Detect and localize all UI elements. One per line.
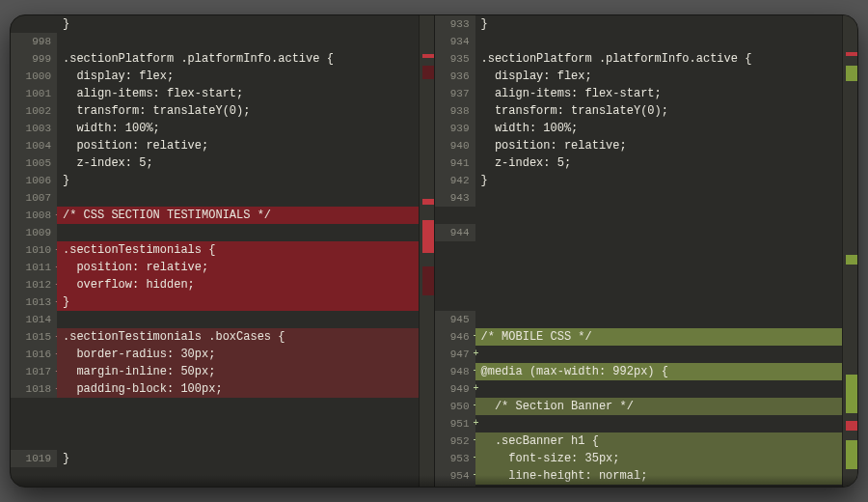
right-line[interactable]: 937 align-items: flex-start; [435, 85, 843, 102]
right-line[interactable]: 943 [435, 189, 843, 207]
minimap-chunk[interactable] [846, 421, 857, 431]
right-line[interactable]: 935.sectionPlatform .platformInfo.active… [435, 50, 843, 68]
right-line[interactable]: 939 width: 100%; [435, 120, 843, 137]
left-line[interactable]: 1012– overflow: hidden; [11, 276, 419, 293]
code-text: .sectionTestimonials .boxCases { [57, 328, 419, 346]
minimap-chunk[interactable] [846, 66, 857, 81]
right-pane[interactable]: 933}934935.sectionPlatform .platformInfo… [435, 15, 858, 487]
code-text: } [57, 15, 419, 33]
left-line[interactable]: 1015–.sectionTestimonials .boxCases { [11, 328, 419, 346]
line-number: 943 [435, 189, 475, 207]
left-line[interactable]: 1005 z-index: 5; [11, 154, 419, 172]
code-text: line-height: normal; [475, 467, 843, 485]
line-number: 953 [435, 450, 475, 467]
minimap-chunk[interactable] [846, 375, 857, 413]
right-line[interactable] [435, 276, 843, 293]
left-line[interactable]: 1006} [11, 172, 419, 189]
right-line[interactable]: 947+ [435, 346, 843, 363]
left-line[interactable] [11, 398, 419, 415]
minimap-chunk[interactable] [846, 440, 857, 469]
left-line[interactable] [11, 415, 419, 432]
left-line[interactable]: 1016– border-radius: 30px; [11, 346, 419, 363]
minimap-chunk[interactable] [846, 52, 857, 56]
line-number: 949 [435, 380, 475, 398]
right-line[interactable]: 952+ .secBanner h1 { [435, 432, 843, 450]
line-number: 1003 [11, 120, 57, 137]
line-number: 1006 [11, 172, 57, 189]
code-text: transform: translateY(0); [57, 102, 419, 120]
line-number: 936 [435, 68, 475, 85]
right-line[interactable]: 940 position: relative; [435, 137, 843, 154]
code-text: } [57, 293, 419, 311]
code-text: .sectionPlatform .platformInfo.active { [475, 50, 843, 68]
right-line[interactable] [435, 241, 843, 259]
code-text: margin-inline: 50px; [57, 363, 419, 380]
left-line[interactable]: 999.sectionPlatform .platformInfo.active… [11, 50, 419, 68]
right-line[interactable]: 941 z-index: 5; [435, 154, 843, 172]
code-text: } [475, 172, 843, 189]
left-line[interactable]: 1004 position: relative; [11, 137, 419, 154]
line-number: 1008 [11, 207, 57, 224]
left-line[interactable]: } [11, 15, 419, 33]
right-line[interactable]: 946+/* MOBILE CSS */ [435, 328, 843, 346]
right-minimap[interactable] [842, 15, 857, 487]
code-text: /* Section Banner */ [475, 398, 843, 415]
right-line[interactable] [435, 293, 843, 311]
right-line[interactable]: 938 transform: translateY(0); [435, 102, 843, 120]
left-line[interactable]: 998 [11, 33, 419, 50]
minimap-chunk[interactable] [422, 266, 434, 295]
code-text: width: 100%; [475, 120, 843, 137]
right-line[interactable]: 944 [435, 224, 843, 241]
left-minimap[interactable] [419, 15, 434, 487]
right-line[interactable]: 948+@media (max-width: 992px) { [435, 363, 843, 380]
line-number: 933 [435, 15, 475, 33]
code-text: .sectionPlatform .platformInfo.active { [57, 50, 419, 68]
right-line[interactable]: 934 [435, 33, 843, 50]
line-number: 951 [435, 415, 475, 432]
right-line[interactable]: 955 } [435, 485, 843, 487]
left-line[interactable]: 1018– padding-block: 100px; [11, 380, 419, 398]
line-number: 945 [435, 311, 475, 328]
right-line[interactable]: 954+ line-height: normal; [435, 467, 843, 485]
right-line[interactable]: 933} [435, 15, 843, 33]
right-line[interactable] [435, 207, 843, 224]
diff-mark: + [472, 415, 481, 432]
minimap-chunk[interactable] [422, 220, 434, 253]
right-line[interactable]: 950+ /* Section Banner */ [435, 398, 843, 415]
minimap-chunk[interactable] [422, 54, 434, 58]
right-line[interactable]: 945 [435, 311, 843, 328]
left-line[interactable]: 1014 [11, 311, 419, 328]
right-line[interactable]: 942} [435, 172, 843, 189]
left-line[interactable]: 1000 display: flex; [11, 68, 419, 85]
left-line[interactable]: 1003 width: 100%; [11, 120, 419, 137]
minimap-chunk[interactable] [422, 66, 434, 79]
left-line[interactable]: 1011– position: relative; [11, 259, 419, 276]
minimap-chunk[interactable] [422, 199, 434, 205]
left-line[interactable]: 1017– margin-inline: 50px; [11, 363, 419, 380]
right-code-area[interactable]: 933}934935.sectionPlatform .platformInfo… [435, 15, 843, 487]
left-line[interactable]: 1019} [11, 450, 419, 467]
left-line[interactable]: 1002 transform: translateY(0); [11, 102, 419, 120]
left-line[interactable]: 1013–} [11, 293, 419, 311]
diff-mark: + [472, 346, 481, 363]
left-line[interactable]: 1010–.sectionTestimonials { [11, 241, 419, 259]
right-line[interactable] [435, 259, 843, 276]
line-number: 937 [435, 85, 475, 102]
line-number: 946 [435, 328, 475, 346]
left-line[interactable] [11, 432, 419, 450]
code-text: font-size: 35px; [475, 450, 843, 467]
left-line[interactable]: 1009 [11, 224, 419, 241]
line-number: 1000 [11, 68, 57, 85]
line-number: 939 [435, 120, 475, 137]
left-line[interactable]: 1001 align-items: flex-start; [11, 85, 419, 102]
left-line[interactable]: 1008–/* CSS SECTION TESTIMONIALS */ [11, 207, 419, 224]
minimap-chunk[interactable] [846, 255, 857, 265]
left-code-area[interactable]: }998999.sectionPlatform .platformInfo.ac… [11, 15, 419, 487]
left-pane[interactable]: }998999.sectionPlatform .platformInfo.ac… [11, 15, 434, 487]
left-line[interactable]: 1007 [11, 189, 419, 207]
right-line[interactable]: 951+ [435, 415, 843, 432]
right-line[interactable]: 953+ font-size: 35px; [435, 450, 843, 467]
right-line[interactable]: 936 display: flex; [435, 68, 843, 85]
right-line[interactable]: 949+ [435, 380, 843, 398]
code-text: position: relative; [57, 137, 419, 154]
